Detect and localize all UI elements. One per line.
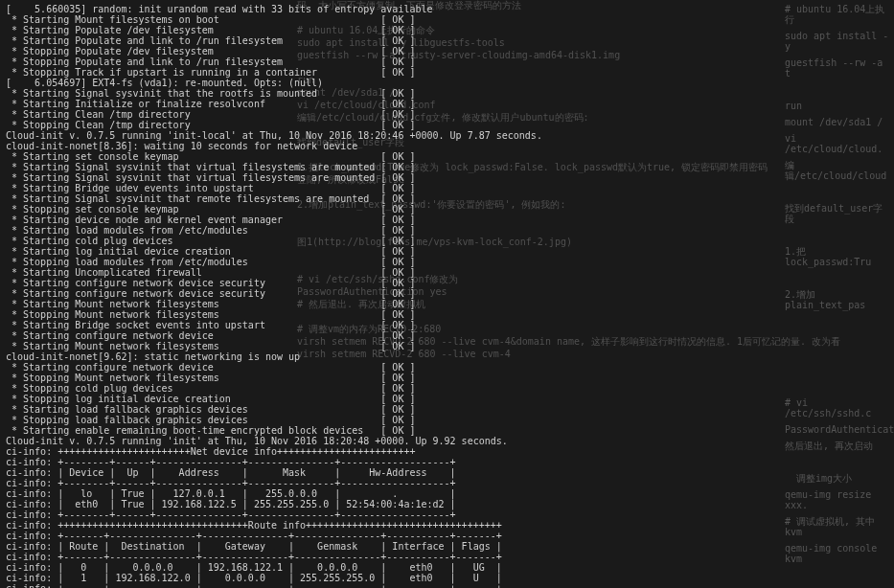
terminal-output[interactable]: [ 5.660035] random: init urandom read wi… <box>0 0 894 588</box>
